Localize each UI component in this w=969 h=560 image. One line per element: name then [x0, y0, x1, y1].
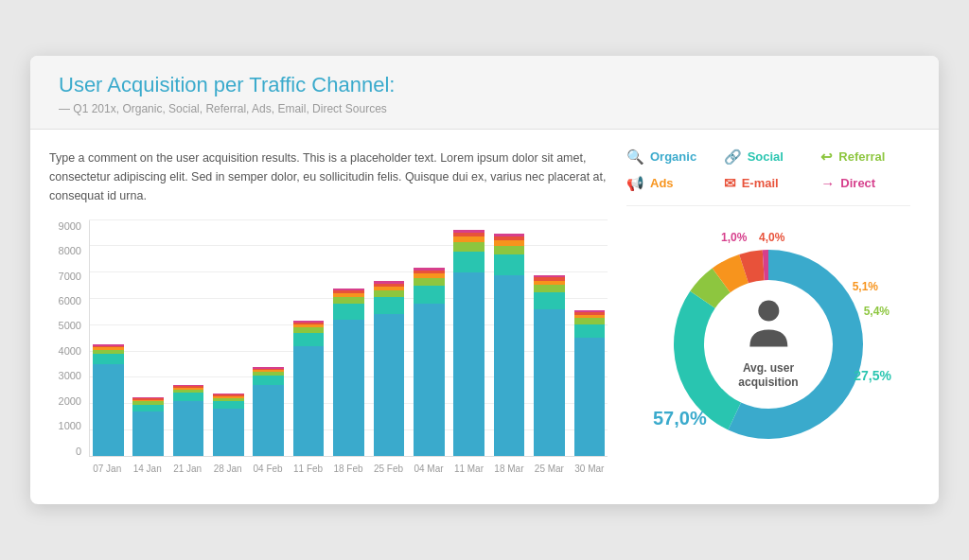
- legend-label-email: E-mail: [742, 176, 779, 190]
- bar-stack: [173, 385, 204, 456]
- y-axis-label: 2000: [59, 395, 81, 407]
- left-section: Type a comment on the user acquisition r…: [49, 149, 608, 485]
- bar-segment-social: [414, 286, 445, 304]
- bar-segment-social: [213, 401, 244, 409]
- social-icon: 🔗: [724, 149, 742, 166]
- bar-segment-organic: [414, 304, 445, 455]
- donut-labels: 57,0%27,5%5,4%5,1%4,0%1,0%: [645, 221, 891, 467]
- y-axis-label: 9000: [59, 220, 81, 232]
- direct-icon: →: [820, 175, 835, 191]
- y-axis-label: 6000: [59, 295, 81, 306]
- legend: 🔍Organic🔗Social↩Referral📢Ads✉E-mail→Dire…: [626, 149, 910, 206]
- x-axis-label: 25 Feb: [370, 459, 406, 485]
- legend-item-organic[interactable]: 🔍Organic: [626, 149, 716, 166]
- bar-segment-social: [173, 393, 204, 400]
- legend-label-social: Social: [748, 149, 784, 164]
- y-axis-label: 8000: [59, 245, 81, 256]
- page-title: User Acquisition per Traffic Channel:: [59, 73, 910, 97]
- bar-segment-social: [93, 354, 124, 364]
- email-icon: ✉: [724, 175, 736, 192]
- bar-group: [411, 220, 447, 456]
- y-axis-label: 0: [76, 446, 81, 457]
- x-axis-label: 18 Feb: [330, 459, 366, 485]
- donut-pct-direct: 1,0%: [721, 231, 747, 244]
- donut-pct-social: 27,5%: [854, 368, 891, 383]
- bar-segment-referral: [494, 246, 525, 254]
- organic-icon: 🔍: [626, 149, 644, 166]
- bar-segment-social: [253, 376, 284, 385]
- bar-group: [572, 220, 608, 456]
- bar-segment-organic: [453, 272, 484, 456]
- referral-icon: ↩: [820, 149, 833, 166]
- bar-group: [330, 220, 366, 456]
- donut-pct-email: 4,0%: [759, 231, 784, 244]
- bar-segment-social: [494, 254, 525, 275]
- bar-group: [170, 220, 206, 456]
- x-axis-label: 30 Mar: [572, 459, 608, 485]
- legend-item-direct[interactable]: →Direct: [820, 175, 910, 192]
- ads-icon: 📢: [626, 175, 644, 192]
- bar-segment-organic: [293, 346, 325, 456]
- bar-segment-social: [132, 405, 164, 411]
- x-axis-label: 18 Mar: [491, 459, 527, 485]
- x-axis-label: 07 Jan: [89, 459, 125, 485]
- bar-group: [130, 220, 166, 456]
- bar-group: [371, 220, 407, 456]
- legend-label-organic: Organic: [650, 149, 696, 164]
- bar-stack: [494, 234, 525, 456]
- bar-segment-organic: [173, 401, 204, 456]
- bar-segment-referral: [374, 290, 405, 297]
- legend-label-ads: Ads: [650, 176, 674, 190]
- bar-stack: [132, 397, 164, 456]
- bar-segment-organic: [574, 338, 606, 455]
- bar-stack: [333, 289, 364, 456]
- legend-label-direct: Direct: [840, 176, 875, 190]
- card-header: User Acquisition per Traffic Channel: Q1…: [30, 56, 939, 129]
- bar-stack: [293, 321, 325, 456]
- legend-label-referral: Referral: [838, 149, 885, 164]
- bar-group: [90, 220, 126, 456]
- y-axis-label: 7000: [59, 271, 81, 282]
- legend-item-referral[interactable]: ↩Referral: [820, 149, 910, 166]
- bar-segment-referral: [534, 285, 565, 291]
- x-axis-label: 04 Mar: [411, 459, 447, 485]
- donut-pct-ads: 5,1%: [853, 280, 878, 293]
- card-body: Type a comment on the user acquisition r…: [30, 130, 939, 504]
- bar-segment-organic: [213, 409, 244, 456]
- x-axis-label: 25 Mar: [531, 459, 567, 485]
- bar-group: [491, 220, 527, 456]
- y-axis-label: 3000: [59, 370, 81, 381]
- bar-segment-organic: [93, 364, 124, 456]
- bar-group: [451, 220, 487, 456]
- bar-segment-organic: [534, 309, 565, 456]
- bar-group: [531, 220, 567, 456]
- bar-segment-referral: [453, 242, 484, 252]
- bar-stack: [93, 344, 124, 455]
- legend-item-social[interactable]: 🔗Social: [724, 149, 814, 166]
- bar-group: [291, 220, 326, 456]
- bar-stack: [534, 275, 565, 456]
- bar-group: [251, 220, 287, 456]
- bar-segment-social: [293, 333, 325, 346]
- bars-container: [89, 220, 608, 457]
- bar-group: [210, 220, 246, 456]
- page-subtitle: Q1 201x, Organic, Social, Referral, Ads,…: [59, 102, 910, 115]
- x-axis-label: 04 Feb: [250, 459, 286, 485]
- comment-text: Type a comment on the user acquisition r…: [49, 149, 608, 205]
- x-axis-label: 28 Jan: [209, 459, 245, 485]
- legend-item-email[interactable]: ✉E-mail: [724, 175, 814, 192]
- main-card: User Acquisition per Traffic Channel: Q1…: [30, 56, 939, 503]
- donut-pct-referral: 5,4%: [864, 305, 890, 318]
- y-axis-label: 4000: [59, 345, 81, 357]
- x-axis-label: 21 Jan: [169, 459, 205, 485]
- y-axis: 9000800070006000500040003000200010000: [49, 220, 87, 457]
- bar-segment-social: [453, 252, 484, 272]
- donut-chart: Avg. useracquisition 57,0%27,5%5,4%5,1%4…: [645, 221, 891, 467]
- legend-item-ads[interactable]: 📢Ads: [626, 175, 716, 192]
- bar-segment-organic: [333, 320, 364, 456]
- right-section: 🔍Organic🔗Social↩Referral📢Ads✉E-mail→Dire…: [626, 149, 910, 485]
- bar-segment-organic: [374, 314, 405, 455]
- bar-chart: 9000800070006000500040003000200010000 07…: [49, 220, 608, 485]
- bar-stack: [414, 268, 445, 455]
- bar-segment-organic: [253, 385, 284, 456]
